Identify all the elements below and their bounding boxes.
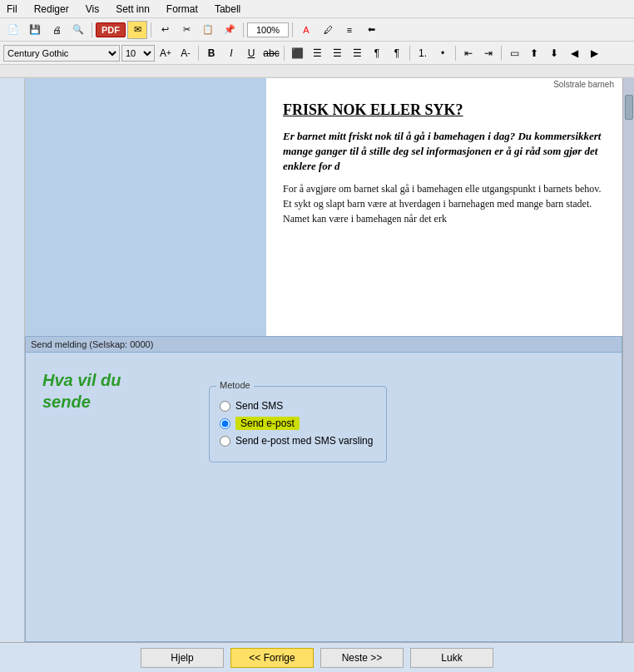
- highlight-icon[interactable]: 🖊: [318, 21, 338, 39]
- menu-fil[interactable]: Fil: [3, 2, 21, 17]
- copy-icon[interactable]: 📋: [198, 21, 218, 39]
- doc-title: FRISK NOK ELLER SYK?: [283, 101, 606, 119]
- menu-vis[interactable]: Vis: [82, 2, 102, 17]
- insert-col-left-button[interactable]: ◀: [565, 45, 583, 62]
- svg-rect-0: [0, 65, 634, 78]
- sep7: [409, 46, 410, 61]
- indent-increase-button[interactable]: ⇥: [479, 45, 498, 62]
- vertical-scrollbar[interactable]: [622, 78, 634, 642]
- sep9: [501, 46, 502, 61]
- email-icon[interactable]: ✉: [127, 21, 147, 39]
- new-doc-icon[interactable]: 📄: [3, 21, 23, 39]
- menu-sett-inn[interactable]: Sett inn: [112, 2, 153, 17]
- back-icon[interactable]: ⬅: [361, 21, 381, 39]
- radio-epost-sms[interactable]: Send e-post med SMS varsling: [220, 435, 373, 447]
- ruler-svg: [0, 65, 634, 78]
- radio-sms[interactable]: Send SMS: [220, 400, 373, 412]
- doc-body: For å avgjøre om barnet skal gå i bameha…: [283, 181, 606, 226]
- pilcrow-icon[interactable]: ¶: [388, 45, 406, 62]
- doc-page: Solstrale barneh FRISK NOK ELLER SYK? Er…: [266, 78, 622, 336]
- list-ol-button[interactable]: 1.: [414, 45, 432, 62]
- radio-sms-label[interactable]: Send SMS: [235, 400, 283, 412]
- font-grow-button[interactable]: A+: [156, 45, 175, 62]
- sep4: [292, 22, 293, 37]
- list-icon[interactable]: ≡: [339, 21, 359, 39]
- font-color-icon[interactable]: A: [296, 21, 316, 39]
- main-toolbar: 📄 💾 🖨 🔍 PDF ✉ ↩ ✂ 📋 📌 A 🖊 ≡ ⬅: [0, 18, 634, 42]
- cut-icon[interactable]: ✂: [176, 21, 196, 39]
- justify-button[interactable]: ☰: [348, 45, 366, 62]
- radio-epost-sms-input[interactable]: [220, 436, 230, 447]
- print-icon[interactable]: 🖨: [47, 21, 67, 39]
- format-toolbar: Century Gothic Arial Times New Roman 10 …: [0, 42, 634, 65]
- insert-col-right-button[interactable]: ▶: [585, 45, 603, 62]
- doc-sidebar: [25, 78, 266, 336]
- frame-button[interactable]: ▭: [505, 45, 523, 62]
- radio-epost[interactable]: Send e-post: [220, 417, 373, 430]
- indent-decrease-button[interactable]: ⇤: [459, 45, 478, 62]
- align-center-button[interactable]: ☰: [308, 45, 326, 62]
- pdf-button[interactable]: PDF: [96, 22, 126, 37]
- help-button[interactable]: Hjelp: [141, 648, 224, 668]
- align-right-button[interactable]: ☰: [328, 45, 346, 62]
- radio-sms-input[interactable]: [220, 401, 230, 412]
- method-group: Metode Send SMS Send e-post Send e-post …: [209, 386, 387, 462]
- close-button[interactable]: Lukk: [410, 648, 493, 668]
- sep3: [243, 22, 244, 37]
- dialog-titlebar: Send melding (Selskap: 0000): [26, 337, 622, 353]
- method-legend: Metode: [216, 380, 254, 390]
- method-section: Metode Send SMS Send e-post Send e-post …: [209, 378, 387, 462]
- undo-icon[interactable]: ↩: [155, 21, 175, 39]
- ruler: [0, 65, 634, 78]
- save-icon[interactable]: 💾: [25, 21, 45, 39]
- insert-row-below-button[interactable]: ⬇: [545, 45, 563, 62]
- search-icon[interactable]: 🔍: [68, 21, 88, 39]
- doc-header-label: Solstrale barneh: [553, 80, 614, 89]
- content-area: Solstrale barneh FRISK NOK ELLER SYK? Er…: [25, 78, 622, 642]
- menu-tabell[interactable]: Tabell: [211, 2, 244, 17]
- dialog-content: Hva vil du sende Metode Send SMS Send e-…: [26, 353, 622, 479]
- menu-rediger[interactable]: Rediger: [31, 2, 72, 17]
- bold-button[interactable]: B: [202, 45, 220, 62]
- sep5: [198, 46, 199, 61]
- scrollbar-thumb[interactable]: [625, 95, 633, 120]
- sep2: [151, 22, 151, 37]
- doc-subtitle: Er barnet mitt friskt nok til å gå i bam…: [283, 129, 606, 175]
- italic-button[interactable]: I: [222, 45, 240, 62]
- menubar: Fil Rediger Vis Sett inn Format Tabell: [0, 0, 634, 18]
- strikethrough-button[interactable]: abc: [262, 45, 280, 62]
- main-area: Solstrale barneh FRISK NOK ELLER SYK? Er…: [0, 78, 634, 642]
- list-ul-button[interactable]: •: [433, 45, 452, 62]
- font-size-select[interactable]: 10 12 14: [121, 45, 155, 62]
- align-left-button[interactable]: ⬛: [288, 45, 306, 62]
- bottom-bar: Hjelp << Forrige Neste >> Lukk: [0, 642, 634, 672]
- underline-button[interactable]: U: [242, 45, 260, 62]
- radio-epost-label[interactable]: Send e-post: [235, 417, 300, 430]
- sep1: [92, 22, 92, 37]
- dialog-heading: Hva vil du sende: [42, 369, 176, 413]
- paste-icon[interactable]: 📌: [220, 21, 240, 39]
- send-dialog: Send melding (Selskap: 0000) Hva vil du …: [25, 336, 622, 642]
- radio-epost-input[interactable]: [220, 418, 230, 429]
- menu-format[interactable]: Format: [163, 2, 201, 17]
- sep6: [284, 46, 285, 61]
- insert-row-above-button[interactable]: ⬆: [525, 45, 543, 62]
- next-button[interactable]: Neste >>: [320, 648, 404, 668]
- paragraph-icon[interactable]: ¶: [368, 45, 386, 62]
- prev-button[interactable]: << Forrige: [230, 648, 314, 668]
- left-margin: [0, 78, 25, 642]
- font-shrink-button[interactable]: A-: [176, 45, 195, 62]
- sep8: [455, 46, 456, 61]
- radio-epost-sms-label[interactable]: Send e-post med SMS varsling: [235, 435, 373, 447]
- font-family-select[interactable]: Century Gothic Arial Times New Roman: [3, 45, 120, 62]
- zoom-input[interactable]: [247, 22, 289, 37]
